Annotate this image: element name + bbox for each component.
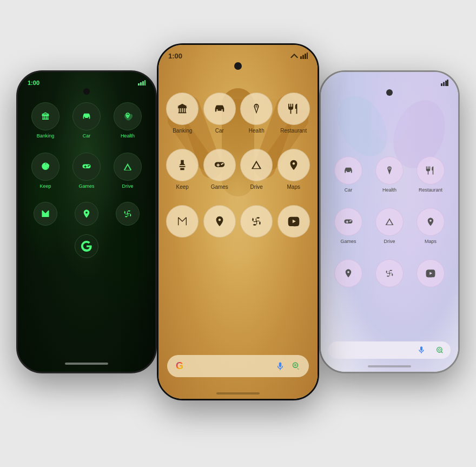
health-icon-center bbox=[240, 93, 273, 125]
pin-icon-right bbox=[334, 259, 362, 287]
health-label-center: Health bbox=[249, 128, 265, 134]
app-grid-center-row1: Banking Car bbox=[158, 87, 318, 139]
app-youtube-right[interactable] bbox=[413, 259, 448, 287]
restaurant-icon-center bbox=[277, 93, 310, 125]
health-label-left: Health bbox=[121, 133, 135, 139]
app-grid-left-row3 bbox=[18, 199, 155, 229]
app-gmail-left[interactable] bbox=[28, 202, 63, 226]
svg-point-11 bbox=[256, 221, 257, 222]
search-bar-right[interactable] bbox=[328, 341, 451, 359]
banking-label-center: Banking bbox=[173, 128, 192, 134]
app-car-center[interactable]: Car bbox=[203, 93, 236, 134]
restaurant-icon-right bbox=[416, 156, 445, 185]
mic-icon-right[interactable] bbox=[417, 346, 426, 354]
app-keep-left[interactable]: Keep bbox=[28, 153, 63, 189]
app-grid-center-row2: Keep Games Drive bbox=[158, 143, 318, 195]
app-drive-center[interactable]: Drive bbox=[240, 149, 273, 190]
mic-icon-center[interactable] bbox=[275, 361, 285, 371]
app-keep-center[interactable]: Keep bbox=[166, 149, 199, 190]
phone-left: 1:00 bbox=[16, 70, 157, 373]
app-health-right[interactable]: Health bbox=[372, 156, 407, 193]
svg-rect-13 bbox=[443, 82, 445, 87]
app-banking-center[interactable]: Banking bbox=[166, 93, 199, 134]
pinwheel-icon-right bbox=[375, 259, 404, 287]
app-grid-right-row2: Games Drive Maps bbox=[321, 202, 458, 249]
app-maps-right[interactable]: Maps bbox=[413, 208, 448, 244]
time-left: 1:00 bbox=[28, 80, 39, 86]
signal-icons-center bbox=[290, 52, 308, 59]
svg-rect-9 bbox=[305, 54, 306, 59]
svg-point-6 bbox=[127, 213, 128, 214]
app-pinwheel-right[interactable] bbox=[372, 259, 407, 287]
search-bar-center[interactable]: G bbox=[167, 355, 309, 377]
car-icon-left bbox=[72, 102, 101, 130]
app-health-center[interactable]: Health bbox=[240, 93, 273, 134]
drive-label-center: Drive bbox=[250, 184, 263, 190]
app-restaurant-right[interactable]: Restaurant bbox=[413, 156, 448, 193]
health-icon-right bbox=[375, 156, 404, 185]
svg-rect-7 bbox=[300, 56, 302, 59]
lens-icon-center[interactable] bbox=[290, 361, 300, 371]
car-icon-center bbox=[203, 93, 236, 125]
car-label-right: Car bbox=[345, 187, 353, 193]
nav-pill-left bbox=[65, 363, 108, 365]
app-pin-right[interactable] bbox=[330, 259, 366, 287]
app-gmail-center[interactable] bbox=[166, 205, 199, 238]
drive-icon-right bbox=[375, 208, 404, 236]
keep-icon-center bbox=[166, 149, 199, 181]
drive-label-right: Drive bbox=[384, 239, 395, 244]
maps-label-center: Maps bbox=[287, 184, 300, 190]
app-games-right[interactable]: Games bbox=[330, 208, 366, 244]
app-grid-left-row2: Keep Games bbox=[18, 147, 155, 194]
status-bar-right bbox=[321, 72, 458, 88]
lens-icon-right[interactable] bbox=[435, 346, 444, 354]
app-pinwheel-center[interactable] bbox=[240, 205, 273, 238]
drive-icon-center bbox=[240, 149, 273, 181]
app-drive-left[interactable]: Drive bbox=[110, 153, 146, 189]
phones-container: 1:00 bbox=[0, 0, 476, 467]
status-bar-left: 1:00 bbox=[18, 72, 155, 88]
car-label-center: Car bbox=[215, 128, 224, 134]
app-drive-right[interactable]: Drive bbox=[372, 208, 407, 244]
app-pinwheel-left[interactable] bbox=[110, 202, 146, 226]
app-banking-left[interactable]: Banking bbox=[28, 102, 63, 139]
svg-rect-14 bbox=[445, 81, 447, 86]
app-grid-left-google bbox=[18, 231, 155, 261]
app-maps-left[interactable] bbox=[69, 202, 104, 226]
app-maps-center[interactable]: Maps bbox=[277, 149, 310, 190]
svg-rect-10 bbox=[307, 52, 308, 59]
svg-rect-15 bbox=[447, 80, 448, 86]
svg-rect-3 bbox=[144, 80, 146, 85]
app-games-left[interactable]: Games bbox=[69, 153, 104, 189]
svg-rect-0 bbox=[138, 83, 140, 85]
svg-point-18 bbox=[438, 348, 440, 351]
app-games-center[interactable]: Games bbox=[203, 149, 236, 190]
games-label-center: Games bbox=[211, 184, 228, 190]
svg-rect-1 bbox=[140, 82, 142, 85]
games-icon-right bbox=[334, 208, 362, 236]
app-car-left[interactable]: Car bbox=[69, 102, 104, 139]
app-car-right[interactable]: Car bbox=[330, 156, 366, 193]
app-restaurant-center[interactable]: Restaurant bbox=[277, 93, 310, 134]
maps-icon-right bbox=[416, 208, 445, 236]
keep-label-left: Keep bbox=[39, 183, 51, 189]
banking-label-left: Banking bbox=[37, 133, 55, 139]
nav-pill-right bbox=[368, 365, 411, 367]
app-grid-left-row1: Banking Car bbox=[18, 97, 155, 144]
app-google-left[interactable] bbox=[28, 234, 146, 258]
car-icon-right bbox=[334, 156, 362, 185]
gmail-icon-center bbox=[166, 205, 199, 238]
maps-label-right: Maps bbox=[425, 239, 437, 244]
health-label-right: Health bbox=[382, 187, 396, 193]
drive-label-left: Drive bbox=[122, 183, 133, 189]
games-icon-center bbox=[203, 149, 236, 181]
app-health-left[interactable]: Health bbox=[110, 102, 146, 139]
keep-label-center: Keep bbox=[176, 184, 189, 190]
app-youtube-center[interactable] bbox=[277, 205, 310, 238]
google-icon-left bbox=[75, 234, 98, 258]
app-location-center[interactable] bbox=[203, 205, 236, 238]
restaurant-label-right: Restaurant bbox=[419, 187, 442, 193]
drive-icon-left bbox=[114, 153, 142, 181]
health-icon-left bbox=[114, 102, 142, 130]
camera-left bbox=[83, 88, 90, 95]
